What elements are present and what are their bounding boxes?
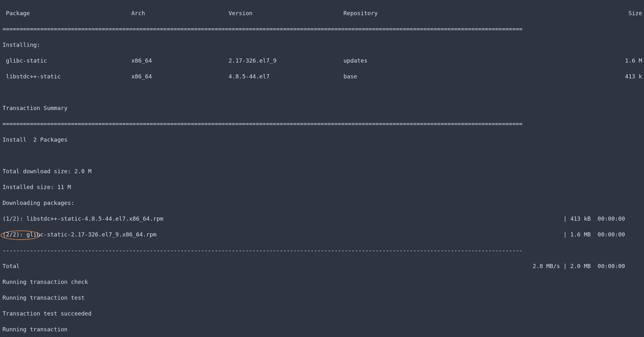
- pkg-name: libstdc++-static: [3, 72, 61, 80]
- pkg-name: glibc-static: [3, 57, 47, 64]
- divider-eq: ========================================…: [3, 25, 642, 33]
- total-stats: 2.8 MB/s | 2.0 MB 00:00:00: [533, 262, 642, 270]
- blank-line: [3, 88, 642, 96]
- col-repo: Repository: [343, 9, 378, 17]
- installed-size: Installed size: 11 M: [3, 183, 642, 191]
- pkg-arch: x86_64: [131, 57, 152, 64]
- table-header: PackageArchVersionRepositorySize: [3, 9, 642, 17]
- download-file: (1/2): libstdc++-static-4.8.5-44.el7.x86…: [3, 215, 163, 223]
- downloading-label: Downloading packages:: [3, 199, 642, 207]
- col-arch: Arch: [131, 9, 145, 17]
- blank-line: [3, 151, 642, 159]
- col-version: Version: [229, 9, 253, 17]
- total-row: Total2.8 MB/s | 2.0 MB 00:00:00: [3, 262, 642, 270]
- pkg-version: 4.8.5-44.el7: [229, 72, 270, 80]
- download-file: (2/2): glibc-static-2.17-326.el7_9.x86_6…: [3, 230, 157, 238]
- pkg-arch: x86_64: [131, 72, 152, 80]
- col-package: Package: [3, 9, 30, 17]
- txn-line: Running transaction check: [3, 278, 642, 286]
- total-download-size: Total download size: 2.0 M: [3, 167, 642, 175]
- pkg-version: 2.17-326.el7_9: [229, 57, 277, 64]
- download-row: (2/2): glibc-static-2.17-326.el7_9.x86_6…: [3, 230, 642, 238]
- transaction-summary-label: Transaction Summary: [3, 104, 642, 112]
- col-size: Size: [629, 9, 642, 17]
- table-row: libstdc++-staticx86_644.8.5-44.el7base41…: [3, 72, 642, 80]
- total-label: Total: [3, 262, 20, 270]
- pkg-size: 1.6 M: [625, 57, 642, 64]
- terminal-output[interactable]: PackageArchVersionRepositorySize =======…: [0, 0, 644, 337]
- pkg-size: 413 k: [625, 72, 642, 80]
- pkg-repo: base: [343, 72, 357, 80]
- divider-eq: ========================================…: [3, 120, 642, 128]
- table-row: glibc-staticx86_642.17-326.el7_9updates1…: [3, 57, 642, 64]
- divider-dash: ----------------------------------------…: [3, 246, 642, 254]
- install-count: Install 2 Packages: [3, 136, 642, 144]
- txn-line: Transaction test succeeded: [3, 309, 642, 317]
- download-stats: | 413 kB 00:00:00: [564, 215, 642, 223]
- download-row: (1/2): libstdc++-static-4.8.5-44.el7.x86…: [3, 215, 642, 223]
- pkg-repo: updates: [343, 57, 367, 64]
- section-installing: Installing:: [3, 41, 642, 49]
- txn-line: Running transaction test: [3, 294, 642, 302]
- download-stats: | 1.6 MB 00:00:00: [564, 230, 642, 238]
- txn-line: Running transaction: [3, 325, 642, 333]
